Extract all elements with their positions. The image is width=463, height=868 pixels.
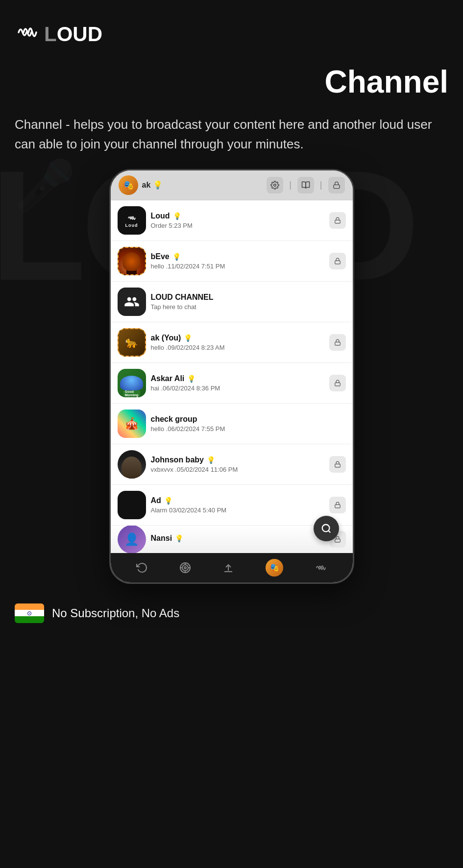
flag-white-stripe: ⊙ (15, 610, 44, 617)
page-title: Channel (15, 64, 448, 100)
avatar-nansi: 👤 (118, 526, 146, 553)
avatar-askar: GoodMorning (118, 369, 146, 397)
action-button-askar[interactable] (329, 375, 346, 391)
svg-rect-5 (335, 383, 340, 386)
phone-mockup: 🎭 ak 💡 | | (109, 169, 354, 584)
action-button-ad[interactable] (329, 497, 346, 513)
svg-point-12 (184, 567, 186, 569)
avatar-ak: 🐆 (118, 328, 146, 357)
chat-info-ak: ak (You) 💡 hello .09/02/2024 8:23 AM (146, 334, 329, 351)
chat-preview-ad: Alarm 03/02/2024 5:40 PM (151, 506, 324, 514)
chat-preview-channel: Tap here to chat (151, 303, 341, 311)
settings-button[interactable] (267, 177, 283, 193)
chat-preview-beve: hello .11/02/2024 7:51 PM (151, 263, 324, 270)
chat-info-nansi: Nansi 💡 (146, 534, 329, 544)
chat-name-johnson: Johnson baby (151, 456, 204, 464)
chat-info-johnson: Johnson baby 💡 vxbxvvx .05/02/2024 11:06… (146, 456, 329, 473)
svg-point-0 (274, 184, 276, 186)
svg-point-9 (322, 524, 329, 531)
avatar-loud-label: Loud (125, 223, 138, 228)
description-text: Channel - helps you to broadcast your co… (0, 110, 463, 169)
chat-info-askar: Askar Ali 💡 hai .06/02/2024 8:36 PM (146, 374, 329, 392)
chat-name-askar: Askar Ali (151, 374, 185, 383)
bulb-icon-loud: 💡 (173, 212, 181, 220)
avatar-channel (118, 288, 146, 316)
chat-item-ak[interactable]: 🐆 ak (You) 💡 hello .09/02/2024 8:23 AM (111, 322, 353, 363)
topbar-icons: | | (267, 177, 344, 193)
phone-container: 🎭 ak 💡 | | (0, 169, 463, 594)
action-button-beve[interactable] (329, 253, 346, 269)
bulb-icon-johnson: 💡 (207, 456, 215, 464)
chat-item-askar[interactable]: GoodMorning Askar Ali 💡 hai .06/02/2024 … (111, 363, 353, 404)
bulb-icon-ak: 💡 (184, 334, 192, 342)
app-header: LOUD (0, 0, 463, 59)
nav-profile[interactable]: 🎭 (266, 559, 283, 577)
chat-item-loud[interactable]: Loud Loud 💡 Order 5:23 PM (111, 200, 353, 241)
svg-rect-1 (334, 185, 340, 188)
svg-rect-8 (335, 539, 340, 542)
avatar-loud: Loud (118, 206, 146, 235)
logo-l: L (44, 23, 57, 46)
chat-name-loud: Loud (151, 212, 170, 220)
avatar-ad (118, 491, 146, 519)
svg-rect-3 (335, 261, 340, 264)
flag-orange-stripe (15, 603, 44, 610)
chat-name-check-group: check group (151, 415, 197, 424)
flag-green-stripe (15, 616, 44, 623)
chat-info-loud: Loud 💡 Order 5:23 PM (146, 212, 329, 229)
search-fab-button[interactable] (314, 516, 339, 541)
chat-preview-check-group: hello .06/02/2024 7:55 PM (151, 425, 341, 433)
bulb-icon-beve: 💡 (172, 253, 181, 261)
phone-topbar: 🎭 ak 💡 | | (111, 170, 353, 200)
chat-name-beve: bEve (151, 252, 170, 261)
chat-info-check-group: check group hello .06/02/2024 7:55 PM (146, 415, 346, 433)
topbar-divider: | (289, 180, 292, 190)
chat-name-ad: Ad (151, 496, 161, 505)
topbar-username: ak 💡 (142, 180, 163, 190)
chat-item-channel[interactable]: LOUD CHANNEL Tap here to chat (111, 282, 353, 322)
footer-text: No Subscription, No Ads (52, 606, 179, 620)
footer: ⊙ No Subscription, No Ads (0, 594, 463, 638)
lock-button[interactable] (328, 177, 345, 193)
nav-loud[interactable] (315, 561, 327, 574)
nav-upload[interactable] (222, 562, 234, 574)
bulb-icon-nansi: 💡 (175, 534, 183, 542)
title-section: Channel (0, 59, 463, 110)
chat-info-channel: LOUD CHANNEL Tap here to chat (146, 293, 346, 311)
nav-target[interactable] (179, 562, 191, 574)
chat-item-ad[interactable]: Ad 💡 Alarm 03/02/2024 5:40 PM (111, 485, 353, 526)
topbar-left: 🎭 ak 💡 (119, 175, 163, 195)
action-button-ak[interactable] (329, 334, 346, 351)
svg-rect-2 (335, 220, 340, 223)
svg-rect-4 (335, 342, 340, 345)
logo-rest: OUD (57, 23, 102, 46)
chat-item-johnson[interactable]: Johnson baby 💡 vxbxvvx .05/02/2024 11:06… (111, 444, 353, 485)
bulb-icon-ad: 💡 (164, 497, 172, 505)
nav-back[interactable] (136, 562, 148, 574)
chat-name-nansi: Nansi (151, 534, 172, 543)
chat-item-beve[interactable]: bEve 💡 hello .11/02/2024 7:51 PM (111, 241, 353, 282)
phone-inner: 🎭 ak 💡 | | (111, 170, 353, 582)
nav-profile-avatar: 🎭 (266, 559, 283, 577)
phone-bottom-nav: 🎭 (111, 553, 353, 582)
action-button-johnson[interactable] (329, 456, 346, 473)
svg-rect-6 (335, 464, 340, 467)
action-button-loud[interactable] (329, 212, 346, 229)
chat-name-channel: LOUD CHANNEL (151, 293, 214, 302)
chat-preview-ak: hello .09/02/2024 8:23 AM (151, 344, 324, 351)
chat-preview-johnson: vxbxvvx .05/02/2024 11:06 PM (151, 466, 324, 473)
ashoka-chakra: ⊙ (27, 610, 32, 617)
avatar-beve (118, 247, 146, 275)
india-flag: ⊙ (15, 603, 44, 623)
topbar-divider2: | (320, 180, 322, 190)
chat-info-ad: Ad 💡 Alarm 03/02/2024 5:40 PM (146, 496, 329, 514)
avatar-johnson (118, 450, 146, 479)
chat-item-check-group[interactable]: 🎪 check group hello .06/02/2024 7:55 PM (111, 404, 353, 444)
book-button[interactable] (297, 177, 314, 193)
bulb-icon-askar: 💡 (187, 375, 195, 383)
chat-name-ak: ak (You) (151, 334, 181, 342)
chat-list: Loud Loud 💡 Order 5:23 PM (111, 200, 353, 553)
chat-info-beve: bEve 💡 hello .11/02/2024 7:51 PM (146, 252, 329, 270)
svg-point-11 (182, 565, 188, 571)
logo-waves-icon (15, 20, 40, 49)
